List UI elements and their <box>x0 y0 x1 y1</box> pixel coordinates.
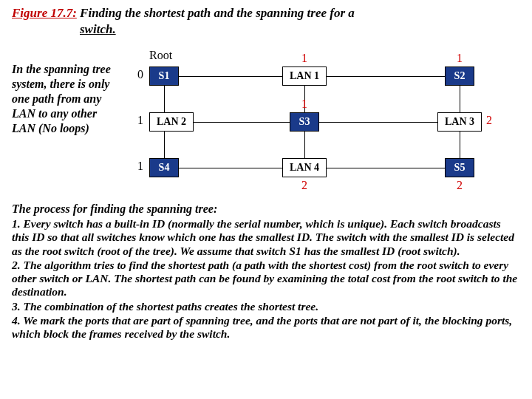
edge-s1-lan2 <box>164 86 165 112</box>
process-step-2: 2. The algorithm tries to find the short… <box>12 259 520 299</box>
process-step-3: 3. The combination of the shortest paths… <box>12 300 520 313</box>
mid-row: In the spanning tree system, there is on… <box>12 44 520 192</box>
lan-1: LAN 1 <box>282 66 327 86</box>
edge-s4-lan4 <box>179 168 282 168</box>
edge-s2-lan3 <box>460 86 460 112</box>
process-step-4: 4. We mark the ports that are part of sp… <box>12 314 520 341</box>
switch-s3: S3 <box>290 112 319 132</box>
edge-lan1-s2 <box>327 76 445 77</box>
lan-4: LAN 4 <box>282 158 327 177</box>
edge-lan2-s4 <box>164 132 165 158</box>
switch-s2: S2 <box>445 66 474 86</box>
switch-s4: S4 <box>149 158 179 177</box>
figure-title-cont: switch. <box>12 22 520 37</box>
root-label: Root <box>149 49 172 62</box>
process-heading: The process for finding the spanning tre… <box>12 202 520 216</box>
cost-lan4: 2 <box>301 179 307 192</box>
cost-lan3: 2 <box>486 114 492 127</box>
network-diagram: Root S1 LAN 1 S2 LAN 2 S3 LAN 3 S4 LAN 4… <box>127 44 513 192</box>
cost-s2: 1 <box>457 52 463 65</box>
figure-number: Figure 17.7: <box>12 6 77 20</box>
figure-title: Figure 17.7: Finding the shortest path a… <box>12 6 520 21</box>
cost-s1: 0 <box>137 68 143 81</box>
edge-lan4-s5 <box>327 168 445 168</box>
cost-lan2: 1 <box>137 114 143 127</box>
cost-s4: 1 <box>137 160 143 173</box>
cost-s5: 2 <box>457 179 463 192</box>
process-step-1: 1. Every switch has a built-in ID (norma… <box>12 217 520 258</box>
edge-lan2-s3 <box>194 122 290 123</box>
lan-3: LAN 3 <box>437 112 482 132</box>
cost-s3: 1 <box>301 98 307 111</box>
figure-title-text: Finding the shortest path and the spanni… <box>77 6 355 20</box>
spanning-tree-caption: In the spanning tree system, there is on… <box>12 44 123 136</box>
switch-s1: S1 <box>149 66 179 86</box>
edge-s3-lan3 <box>319 122 437 123</box>
edge-s1-lan1 <box>179 76 282 77</box>
edge-lan3-s5 <box>460 132 460 158</box>
cost-lan1: 1 <box>301 52 307 65</box>
lan-2: LAN 2 <box>149 112 194 132</box>
switch-s5: S5 <box>445 158 474 177</box>
edge-s3-lan4 <box>304 132 305 158</box>
